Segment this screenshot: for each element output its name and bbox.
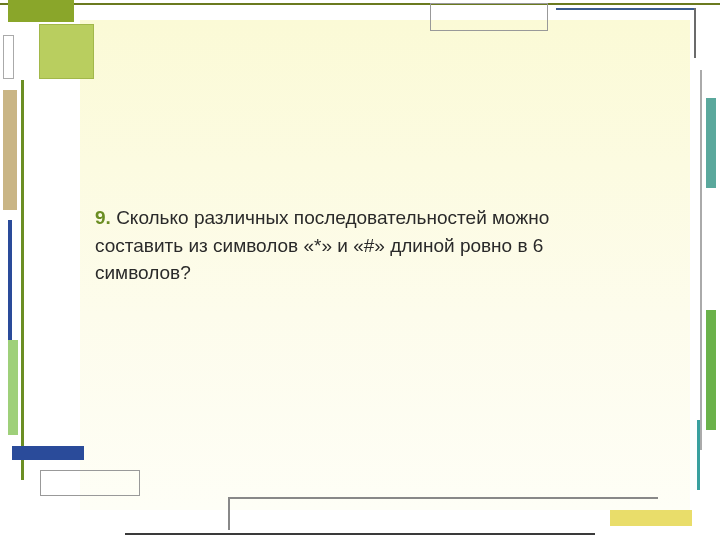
question-number: 9. xyxy=(95,207,111,228)
deco-bottom-dark-line xyxy=(125,533,595,535)
deco-bottom-right-yellow xyxy=(610,510,692,526)
deco-right-green xyxy=(706,310,716,430)
deco-top-line xyxy=(0,3,720,5)
deco-left-bottom-outline xyxy=(40,470,140,496)
deco-right-aqua-line xyxy=(697,420,700,490)
deco-left-lightgreen xyxy=(8,340,18,435)
deco-left-tan xyxy=(3,90,17,210)
deco-left-green-line xyxy=(21,80,24,480)
question-body: Сколько различных последовательностей мо… xyxy=(95,207,549,283)
deco-top-green-block xyxy=(8,0,74,22)
deco-right-teal xyxy=(706,98,716,188)
deco-olive-square xyxy=(39,24,94,79)
slide-canvas: 9. Сколько различных последовательностей… xyxy=(0,0,720,540)
deco-bottom-right-horiz xyxy=(228,497,658,499)
question-text: 9. Сколько различных последовательностей… xyxy=(95,204,615,287)
deco-top-right-vline xyxy=(694,8,696,58)
deco-top-right-hline xyxy=(556,8,696,10)
deco-small-outline xyxy=(3,35,14,79)
deco-bottom-right-vert xyxy=(228,497,230,530)
deco-left-bottom-blue xyxy=(12,446,84,460)
deco-right-line xyxy=(700,70,702,450)
deco-top-gray-box xyxy=(430,3,548,31)
